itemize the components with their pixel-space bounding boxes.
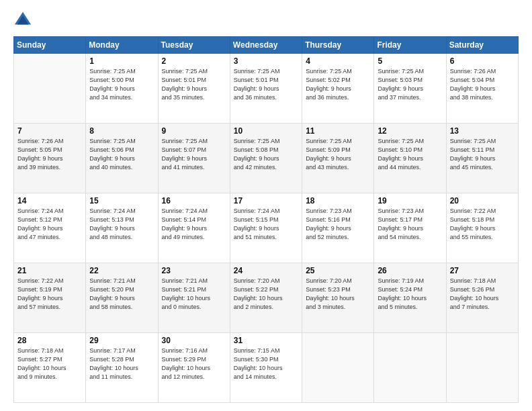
sunrise: Sunrise: 7:24 AM [89, 208, 136, 214]
day-info: Sunrise: 7:25 AMSunset: 5:02 PMDaylight:… [306, 67, 370, 102]
day-info: Sunrise: 7:25 AMSunset: 5:01 PMDaylight:… [162, 67, 226, 102]
day-number: 17 [234, 196, 298, 205]
sunset: Sunset: 5:01 PM [234, 77, 279, 83]
weekday-header-sunday: Sunday [14, 37, 86, 54]
sunset: Sunset: 5:16 PM [306, 216, 351, 223]
sunset: Sunset: 5:28 PM [89, 356, 134, 363]
daylight: Daylight: 9 hoursand 42 minutes. [234, 155, 279, 171]
sunrise: Sunrise: 7:22 AM [450, 208, 496, 214]
sunset: Sunset: 5:19 PM [17, 286, 62, 293]
sunrise: Sunrise: 7:25 AM [450, 138, 496, 144]
daylight: Daylight: 9 hoursand 36 minutes. [306, 85, 351, 101]
sunset: Sunset: 5:01 PM [162, 77, 207, 83]
day-info: Sunrise: 7:16 AMSunset: 5:29 PMDaylight:… [162, 347, 226, 381]
day-info: Sunrise: 7:25 AMSunset: 5:01 PMDaylight:… [234, 67, 298, 102]
day-number: 20 [450, 196, 515, 205]
daylight: Daylight: 10 hoursand 2 minutes. [234, 295, 283, 310]
sunset: Sunset: 5:03 PM [378, 77, 423, 83]
sunrise: Sunrise: 7:26 AM [450, 68, 496, 75]
day-number: 3 [234, 56, 298, 66]
sunset: Sunset: 5:00 PM [89, 77, 134, 83]
sunset: Sunset: 5:27 PM [17, 356, 62, 363]
daylight: Daylight: 9 hoursand 58 minutes. [89, 295, 135, 310]
day-info: Sunrise: 7:26 AMSunset: 5:05 PMDaylight:… [17, 137, 82, 172]
logo [13, 11, 35, 30]
sunrise: Sunrise: 7:25 AM [378, 68, 424, 75]
calendar-day-cell: 29Sunrise: 7:17 AMSunset: 5:28 PMDayligh… [86, 333, 158, 403]
sunrise: Sunrise: 7:25 AM [162, 68, 208, 75]
sunset: Sunset: 5:04 PM [450, 77, 495, 83]
sunrise: Sunrise: 7:21 AM [89, 277, 136, 284]
day-info: Sunrise: 7:25 AMSunset: 5:03 PMDaylight:… [378, 67, 442, 102]
daylight: Daylight: 9 hoursand 36 minutes. [234, 85, 279, 101]
calendar-day-cell: 15Sunrise: 7:24 AMSunset: 5:13 PMDayligh… [86, 193, 158, 263]
day-number: 9 [162, 126, 226, 136]
calendar-day-cell: 6Sunrise: 7:26 AMSunset: 5:04 PMDaylight… [446, 54, 518, 124]
sunrise: Sunrise: 7:22 AM [17, 277, 64, 284]
calendar-day-cell: 16Sunrise: 7:24 AMSunset: 5:14 PMDayligh… [158, 193, 230, 263]
sunrise: Sunrise: 7:21 AM [162, 277, 208, 284]
sunrise: Sunrise: 7:26 AM [17, 138, 64, 144]
weekday-header-row: SundayMondayTuesdayWednesdayThursdayFrid… [14, 37, 519, 54]
weekday-header-friday: Friday [374, 37, 446, 54]
calendar-day-cell: 31Sunrise: 7:15 AMSunset: 5:30 PMDayligh… [230, 333, 302, 403]
day-number: 4 [306, 56, 370, 66]
calendar-day-cell: 13Sunrise: 7:25 AMSunset: 5:11 PMDayligh… [446, 124, 518, 193]
day-number: 27 [450, 266, 515, 275]
day-info: Sunrise: 7:25 AMSunset: 5:06 PMDaylight:… [89, 137, 154, 172]
daylight: Daylight: 9 hoursand 37 minutes. [378, 85, 423, 101]
sunset: Sunset: 5:02 PM [306, 77, 351, 83]
sunset: Sunset: 5:09 PM [306, 146, 351, 153]
daylight: Daylight: 9 hoursand 35 minutes. [162, 85, 208, 101]
sunset: Sunset: 5:13 PM [89, 216, 134, 223]
calendar-day-cell [446, 333, 518, 403]
sunrise: Sunrise: 7:18 AM [450, 277, 496, 284]
calendar-table: SundayMondayTuesdayWednesdayThursdayFrid… [13, 36, 519, 403]
day-info: Sunrise: 7:18 AMSunset: 5:26 PMDaylight:… [450, 277, 515, 312]
day-number: 10 [234, 126, 298, 136]
day-number: 25 [306, 266, 370, 275]
calendar-day-cell: 20Sunrise: 7:22 AMSunset: 5:18 PMDayligh… [446, 193, 518, 263]
daylight: Daylight: 9 hoursand 52 minutes. [306, 225, 351, 240]
day-number: 18 [306, 196, 370, 205]
day-info: Sunrise: 7:25 AMSunset: 5:08 PMDaylight:… [234, 137, 298, 172]
sunrise: Sunrise: 7:24 AM [234, 208, 280, 214]
header [13, 11, 519, 30]
weekday-header-tuesday: Tuesday [158, 37, 230, 54]
calendar-day-cell: 11Sunrise: 7:25 AMSunset: 5:09 PMDayligh… [302, 124, 374, 193]
day-number: 6 [450, 56, 515, 66]
calendar-day-cell: 4Sunrise: 7:25 AMSunset: 5:02 PMDaylight… [302, 54, 374, 124]
calendar-day-cell: 27Sunrise: 7:18 AMSunset: 5:26 PMDayligh… [446, 263, 518, 333]
day-info: Sunrise: 7:24 AMSunset: 5:14 PMDaylight:… [162, 207, 226, 242]
day-info: Sunrise: 7:24 AMSunset: 5:15 PMDaylight:… [234, 207, 298, 242]
daylight: Daylight: 9 hoursand 43 minutes. [306, 155, 351, 171]
sunrise: Sunrise: 7:25 AM [89, 138, 136, 144]
sunset: Sunset: 5:18 PM [450, 216, 495, 223]
calendar-week-row: 14Sunrise: 7:24 AMSunset: 5:12 PMDayligh… [14, 193, 519, 263]
calendar-day-cell: 26Sunrise: 7:19 AMSunset: 5:24 PMDayligh… [374, 263, 446, 333]
day-number: 11 [306, 126, 370, 136]
day-info: Sunrise: 7:25 AMSunset: 5:00 PMDaylight:… [89, 67, 154, 102]
sunset: Sunset: 5:22 PM [234, 286, 279, 293]
sunrise: Sunrise: 7:25 AM [162, 138, 208, 144]
daylight: Daylight: 9 hoursand 51 minutes. [234, 225, 279, 240]
daylight: Daylight: 9 hoursand 41 minutes. [162, 155, 208, 171]
day-number: 15 [89, 196, 154, 205]
daylight: Daylight: 9 hoursand 45 minutes. [450, 155, 496, 171]
weekday-header-saturday: Saturday [446, 37, 518, 54]
day-info: Sunrise: 7:17 AMSunset: 5:28 PMDaylight:… [89, 347, 154, 381]
day-number: 31 [234, 336, 298, 345]
daylight: Daylight: 10 hoursand 11 minutes. [89, 365, 138, 380]
day-number: 5 [378, 56, 442, 66]
day-info: Sunrise: 7:20 AMSunset: 5:22 PMDaylight:… [234, 277, 298, 312]
calendar-day-cell: 18Sunrise: 7:23 AMSunset: 5:16 PMDayligh… [302, 193, 374, 263]
day-number: 26 [378, 266, 442, 275]
day-info: Sunrise: 7:23 AMSunset: 5:17 PMDaylight:… [378, 207, 442, 242]
day-info: Sunrise: 7:21 AMSunset: 5:21 PMDaylight:… [162, 277, 226, 312]
calendar-day-cell: 22Sunrise: 7:21 AMSunset: 5:20 PMDayligh… [86, 263, 158, 333]
sunrise: Sunrise: 7:16 AM [162, 347, 208, 354]
day-info: Sunrise: 7:20 AMSunset: 5:23 PMDaylight:… [306, 277, 370, 312]
sunrise: Sunrise: 7:24 AM [17, 208, 64, 214]
day-number: 30 [162, 336, 226, 345]
day-number: 12 [378, 126, 442, 136]
